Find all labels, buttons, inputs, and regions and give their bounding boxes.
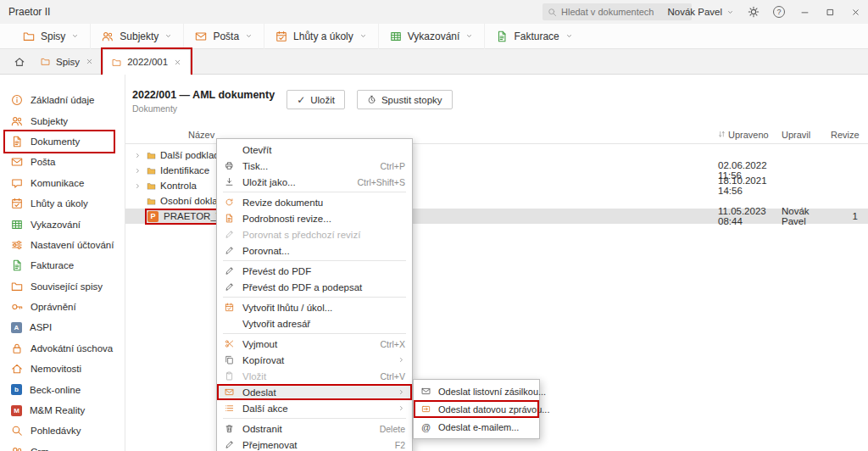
column-header-upravil[interactable]: Upravil bbox=[782, 130, 831, 140]
sidebar-item-lhuty-a-ukoly[interactable]: Lhůty a úkoly bbox=[0, 193, 125, 214]
user-name: Novák Pavel bbox=[667, 7, 722, 17]
app-title: Praetor II bbox=[8, 6, 50, 18]
databox-icon bbox=[420, 404, 432, 414]
sidebar-item-posta[interactable]: Pošta bbox=[0, 152, 125, 172]
sidebar-item-komunikace[interactable]: Komunikace bbox=[0, 173, 125, 193]
mm-reality-logo-icon: M bbox=[11, 405, 22, 416]
menu-item-revize-dokumentu[interactable]: Revize dokumentu bbox=[217, 194, 412, 210]
sidebar-item-nemovitosti[interactable]: Nemovitosti bbox=[0, 359, 125, 379]
sidebar-item-advokatni-uschova[interactable]: Advokátní úschova bbox=[0, 338, 125, 359]
sidebar-item-dokumenty[interactable]: Dokumenty bbox=[5, 131, 114, 152]
expand-chevron-icon[interactable] bbox=[132, 182, 142, 190]
menu-item-odeslat[interactable]: Odeslat bbox=[217, 384, 412, 400]
menu-subjekty[interactable]: Subjekty bbox=[91, 24, 184, 49]
menu-lhuty[interactable]: Lhůty a úkoly bbox=[264, 24, 379, 49]
sidebar-item-label: Pošta bbox=[31, 157, 55, 167]
main-header: 2022/001 — AML dokumenty Dokumenty ✓ Ulo… bbox=[125, 75, 868, 114]
menu-item-tisk[interactable]: Tisk... Ctrl+P bbox=[217, 158, 412, 174]
sidebar-item-label: Oprávnění bbox=[31, 302, 76, 312]
menu-item-dalsi-akce[interactable]: Další akce bbox=[217, 400, 412, 416]
menu-item-vyjmout[interactable]: Vyjmout Ctrl+X bbox=[217, 336, 412, 352]
sidebar-item-aspi[interactable]: A ASPI bbox=[0, 317, 125, 337]
folder-icon bbox=[147, 151, 156, 160]
sidebar-item-souvisejici-spisy[interactable]: Související spisy bbox=[0, 276, 125, 297]
tab-label: Spisy bbox=[56, 57, 80, 67]
menu-item-prevest-do-pdf-a-podepsat[interactable]: Převést do PDF a podepsat bbox=[217, 279, 412, 295]
column-header-upraveno[interactable]: Upraveno bbox=[718, 130, 782, 140]
sidebar-item-label: Lhůty a úkoly bbox=[31, 198, 88, 209]
close-button[interactable] bbox=[849, 6, 861, 18]
invoice-icon bbox=[496, 31, 508, 42]
menu-spisy[interactable]: Spisy bbox=[12, 24, 91, 49]
sidebar-item-zakladni-udaje[interactable]: Základní údaje bbox=[0, 90, 125, 110]
menu-posta[interactable]: Pošta bbox=[184, 24, 264, 49]
pdf-sign-icon bbox=[223, 282, 236, 292]
page-subtitle: Dokumenty bbox=[132, 103, 275, 114]
sidebar-item-label: Dokumenty bbox=[31, 136, 80, 147]
stopwatch-button[interactable]: Spustit stopky bbox=[357, 90, 453, 109]
sidebar-item-beck-online[interactable]: b Beck-online bbox=[0, 379, 125, 399]
menu-item-ulozit-jako[interactable]: Uložit jako... Ctrl+Shift+S bbox=[217, 174, 412, 190]
menu-item-prejmenovat[interactable]: Přejmenovat F2 bbox=[217, 437, 412, 451]
save-as-icon bbox=[223, 177, 236, 187]
magnifier-icon bbox=[11, 425, 23, 437]
close-tab-icon[interactable] bbox=[86, 58, 93, 65]
tab-home[interactable] bbox=[7, 49, 32, 74]
sidebar-item-nastaveni-uctovani[interactable]: Nastavení účtování bbox=[0, 235, 125, 255]
menu-item-vytvorit-lhutu-ukol[interactable]: Vytvořit lhůtu / úkol... bbox=[217, 299, 412, 315]
submenu-item-odeslat-datovou-zpravou[interactable]: Odeslat datovou zprávou... bbox=[414, 400, 539, 418]
tab-2022-001[interactable]: 2022/001 bbox=[103, 49, 191, 75]
beck-online-logo-icon: b bbox=[11, 384, 22, 395]
submenu-arrow-icon bbox=[398, 356, 405, 364]
menu-item-prevest-do-pdf[interactable]: Převést do PDF bbox=[217, 263, 412, 279]
menu-item-porovnat-s-predchozi-revizi: Porovnat s předchozí revizí bbox=[217, 226, 412, 242]
submenu-item-odeslat-listovni-zasilkou[interactable]: Odeslat listovní zásilkou... bbox=[414, 382, 539, 400]
menu-separator bbox=[223, 418, 406, 419]
help-icon[interactable]: ? bbox=[773, 6, 785, 18]
menu-item-porovnat[interactable]: Porovnat... bbox=[217, 242, 412, 259]
folder-icon bbox=[11, 281, 23, 292]
menu-item-vytvorit-adresar[interactable]: Vytvořit adresář bbox=[217, 315, 412, 331]
sidebar-item-subjekty[interactable]: Subjekty bbox=[0, 110, 125, 131]
save-button[interactable]: ✓ Uložit bbox=[287, 90, 345, 109]
search-icon bbox=[548, 8, 557, 17]
sidebar-item-crm[interactable]: Crm bbox=[0, 442, 125, 451]
close-tab-icon[interactable] bbox=[174, 58, 181, 66]
settings-gear-icon[interactable] bbox=[748, 6, 760, 18]
menu-vykazovani[interactable]: Vykazování bbox=[379, 24, 486, 49]
sidebar-item-vykazovani[interactable]: Vykazování bbox=[0, 214, 125, 234]
search-input[interactable] bbox=[561, 7, 671, 17]
menu-item-kopirovat[interactable]: Kopírovat bbox=[217, 352, 412, 368]
folder-icon bbox=[147, 181, 156, 191]
column-header-nazev[interactable]: Název bbox=[125, 130, 718, 140]
column-header-revize[interactable]: Revize bbox=[831, 130, 868, 140]
page-title: 2022/001 — AML dokumenty bbox=[132, 89, 275, 101]
menu-fakturace[interactable]: Fakturace bbox=[485, 24, 583, 49]
minimize-button[interactable] bbox=[798, 6, 810, 18]
chevron-down-icon bbox=[726, 8, 734, 16]
sidebar-item-label: Vykazování bbox=[31, 220, 81, 230]
menu-item-otevrit[interactable]: Otevřít bbox=[217, 142, 412, 158]
maximize-button[interactable] bbox=[824, 6, 836, 18]
sidebar-item-opravneni[interactable]: Oprávnění bbox=[0, 297, 125, 317]
folder-icon bbox=[112, 58, 121, 67]
sidebar-item-mm-reality[interactable]: M M&M Reality bbox=[0, 400, 125, 420]
user-menu[interactable]: Novák Pavel bbox=[667, 7, 734, 17]
calendar-check-icon bbox=[275, 31, 287, 42]
sidebar-item-fakturace[interactable]: Fakturace bbox=[0, 255, 125, 276]
report-table-icon bbox=[390, 31, 402, 42]
menu-item-vlozit: Vložit Ctrl+V bbox=[217, 368, 412, 384]
invoice-icon bbox=[11, 259, 23, 271]
sort-icon[interactable] bbox=[718, 131, 726, 138]
expand-chevron-icon[interactable] bbox=[132, 152, 142, 159]
menu-item-podrobnosti-revize[interactable]: Podrobnosti revize... bbox=[217, 210, 412, 226]
tab-label: 2022/001 bbox=[127, 57, 168, 67]
tab-spisy[interactable]: Spisy bbox=[32, 49, 103, 74]
send-submenu: Odeslat listovní zásilkou... Odeslat dat… bbox=[413, 379, 540, 439]
submenu-item-label: Odeslat e-mailem... bbox=[438, 422, 519, 432]
menu-item-odstranit[interactable]: Odstranit Delete bbox=[217, 420, 412, 437]
sidebar-item-pohledavky[interactable]: Pohledávky bbox=[0, 420, 125, 441]
menu-separator bbox=[223, 333, 406, 334]
expand-chevron-icon[interactable] bbox=[132, 167, 142, 175]
submenu-item-odeslat-emailem[interactable]: @ Odeslat e-mailem... bbox=[414, 418, 539, 436]
